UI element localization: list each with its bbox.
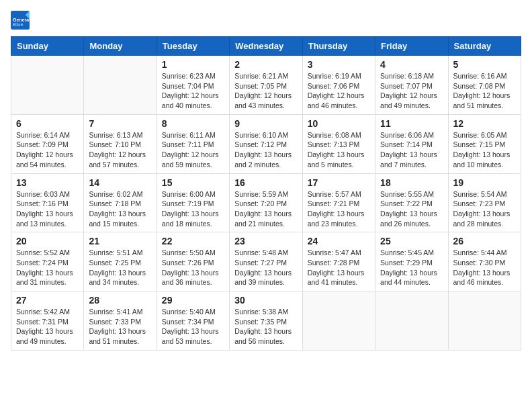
calendar-day-cell: 28Sunrise: 5:41 AM Sunset: 7:33 PM Dayli… [84,291,157,351]
calendar-day-cell: 24Sunrise: 5:47 AM Sunset: 7:28 PM Dayli… [302,232,375,291]
day-info: Sunrise: 6:08 AM Sunset: 7:13 PM Dayligh… [308,130,370,170]
day-number: 18 [380,177,443,188]
day-number: 16 [234,177,297,188]
day-number: 13 [16,177,79,188]
day-number: 21 [89,236,151,246]
day-number: 1 [162,59,224,70]
day-number: 19 [453,177,516,188]
calendar-day-cell [11,56,84,115]
calendar-day-cell: 2Sunrise: 6:21 AM Sunset: 7:05 PM Daylig… [230,56,302,115]
day-of-week-header: Saturday [448,37,521,56]
day-info: Sunrise: 6:18 AM Sunset: 7:07 PM Dayligh… [380,71,443,111]
calendar-table: SundayMondayTuesdayWednesdayThursdayFrid… [11,36,521,351]
day-of-week-header: Tuesday [157,37,229,56]
day-number: 12 [453,118,516,129]
calendar-day-cell [448,291,521,351]
calendar-day-cell: 3Sunrise: 6:19 AM Sunset: 7:06 PM Daylig… [302,56,375,115]
day-of-week-header: Wednesday [230,37,302,56]
calendar-day-cell: 27Sunrise: 5:42 AM Sunset: 7:31 PM Dayli… [11,291,84,351]
calendar-header-row: SundayMondayTuesdayWednesdayThursdayFrid… [11,37,521,56]
day-info: Sunrise: 5:45 AM Sunset: 7:29 PM Dayligh… [380,248,443,287]
calendar-day-cell: 13Sunrise: 6:03 AM Sunset: 7:16 PM Dayli… [11,173,84,232]
calendar-day-cell: 14Sunrise: 6:02 AM Sunset: 7:18 PM Dayli… [84,173,157,232]
calendar-day-cell: 22Sunrise: 5:50 AM Sunset: 7:26 PM Dayli… [157,232,229,291]
day-number: 15 [162,177,224,188]
day-info: Sunrise: 6:05 AM Sunset: 7:15 PM Dayligh… [453,130,516,170]
day-number: 2 [234,59,297,70]
calendar-day-cell [84,56,157,115]
day-of-week-header: Thursday [302,37,375,56]
page-header: General Blue [11,11,521,30]
day-of-week-header: Sunday [11,37,84,56]
calendar-day-cell: 9Sunrise: 6:10 AM Sunset: 7:12 PM Daylig… [230,114,302,173]
calendar-day-cell: 12Sunrise: 6:05 AM Sunset: 7:15 PM Dayli… [448,114,521,173]
day-info: Sunrise: 6:23 AM Sunset: 7:04 PM Dayligh… [162,71,224,111]
day-number: 26 [453,236,516,246]
day-info: Sunrise: 5:57 AM Sunset: 7:21 PM Dayligh… [308,189,370,229]
day-number: 3 [308,59,370,70]
day-info: Sunrise: 5:44 AM Sunset: 7:30 PM Dayligh… [453,248,516,287]
calendar-day-cell: 7Sunrise: 6:13 AM Sunset: 7:10 PM Daylig… [84,114,157,173]
calendar-day-cell: 15Sunrise: 6:00 AM Sunset: 7:19 PM Dayli… [157,173,229,232]
calendar-day-cell: 17Sunrise: 5:57 AM Sunset: 7:21 PM Dayli… [302,173,375,232]
calendar-day-cell: 18Sunrise: 5:55 AM Sunset: 7:22 PM Dayli… [375,173,448,232]
day-number: 24 [308,236,370,246]
calendar-week-row: 13Sunrise: 6:03 AM Sunset: 7:16 PM Dayli… [11,173,521,232]
calendar-day-cell: 1Sunrise: 6:23 AM Sunset: 7:04 PM Daylig… [157,56,229,115]
day-info: Sunrise: 5:51 AM Sunset: 7:25 PM Dayligh… [89,248,151,287]
calendar-day-cell: 5Sunrise: 6:16 AM Sunset: 7:08 PM Daylig… [448,56,521,115]
day-info: Sunrise: 6:00 AM Sunset: 7:19 PM Dayligh… [162,189,224,229]
day-info: Sunrise: 5:38 AM Sunset: 7:35 PM Dayligh… [234,307,297,347]
calendar-day-cell [375,291,448,351]
calendar-week-row: 1Sunrise: 6:23 AM Sunset: 7:04 PM Daylig… [11,56,521,115]
day-number: 5 [453,59,516,70]
day-info: Sunrise: 6:06 AM Sunset: 7:14 PM Dayligh… [380,130,443,170]
day-info: Sunrise: 6:10 AM Sunset: 7:12 PM Dayligh… [234,130,297,170]
calendar-day-cell: 11Sunrise: 6:06 AM Sunset: 7:14 PM Dayli… [375,114,448,173]
calendar-day-cell: 23Sunrise: 5:48 AM Sunset: 7:27 PM Dayli… [230,232,302,291]
calendar-day-cell: 10Sunrise: 6:08 AM Sunset: 7:13 PM Dayli… [302,114,375,173]
calendar-day-cell [302,291,375,351]
calendar-day-cell: 4Sunrise: 6:18 AM Sunset: 7:07 PM Daylig… [375,56,448,115]
day-number: 9 [234,118,297,129]
calendar-day-cell: 8Sunrise: 6:11 AM Sunset: 7:11 PM Daylig… [157,114,229,173]
day-number: 11 [380,118,443,129]
day-info: Sunrise: 6:03 AM Sunset: 7:16 PM Dayligh… [16,189,79,229]
day-info: Sunrise: 6:14 AM Sunset: 7:09 PM Dayligh… [16,130,79,170]
day-info: Sunrise: 6:21 AM Sunset: 7:05 PM Dayligh… [234,71,297,111]
day-number: 30 [234,295,297,306]
calendar-day-cell: 29Sunrise: 5:40 AM Sunset: 7:34 PM Dayli… [157,291,229,351]
day-number: 23 [234,236,297,246]
calendar-day-cell: 30Sunrise: 5:38 AM Sunset: 7:35 PM Dayli… [230,291,302,351]
day-info: Sunrise: 5:55 AM Sunset: 7:22 PM Dayligh… [380,189,443,229]
day-info: Sunrise: 5:40 AM Sunset: 7:34 PM Dayligh… [162,307,224,347]
calendar-day-cell: 19Sunrise: 5:54 AM Sunset: 7:23 PM Dayli… [448,173,521,232]
day-of-week-header: Friday [375,37,448,56]
day-number: 29 [162,295,224,306]
day-number: 14 [89,177,151,188]
logo-icon: General Blue [11,11,30,30]
day-info: Sunrise: 5:52 AM Sunset: 7:24 PM Dayligh… [16,248,79,287]
day-number: 28 [89,295,151,306]
day-info: Sunrise: 6:02 AM Sunset: 7:18 PM Dayligh… [89,189,151,229]
day-info: Sunrise: 6:16 AM Sunset: 7:08 PM Dayligh… [453,71,516,111]
day-number: 20 [16,236,79,246]
calendar-week-row: 6Sunrise: 6:14 AM Sunset: 7:09 PM Daylig… [11,114,521,173]
calendar-week-row: 20Sunrise: 5:52 AM Sunset: 7:24 PM Dayli… [11,232,521,291]
day-number: 10 [308,118,370,129]
day-info: Sunrise: 6:13 AM Sunset: 7:10 PM Dayligh… [89,130,151,170]
day-info: Sunrise: 5:59 AM Sunset: 7:20 PM Dayligh… [234,189,297,229]
calendar-day-cell: 21Sunrise: 5:51 AM Sunset: 7:25 PM Dayli… [84,232,157,291]
svg-text:Blue: Blue [13,22,23,27]
day-info: Sunrise: 5:50 AM Sunset: 7:26 PM Dayligh… [162,248,224,287]
day-info: Sunrise: 5:41 AM Sunset: 7:33 PM Dayligh… [89,307,151,347]
day-number: 4 [380,59,443,70]
day-info: Sunrise: 6:19 AM Sunset: 7:06 PM Dayligh… [308,71,370,111]
day-info: Sunrise: 5:47 AM Sunset: 7:28 PM Dayligh… [308,248,370,287]
calendar-day-cell: 20Sunrise: 5:52 AM Sunset: 7:24 PM Dayli… [11,232,84,291]
day-info: Sunrise: 6:11 AM Sunset: 7:11 PM Dayligh… [162,130,224,170]
day-info: Sunrise: 5:48 AM Sunset: 7:27 PM Dayligh… [234,248,297,287]
svg-text:General: General [13,17,30,22]
day-number: 25 [380,236,443,246]
calendar-day-cell: 16Sunrise: 5:59 AM Sunset: 7:20 PM Dayli… [230,173,302,232]
